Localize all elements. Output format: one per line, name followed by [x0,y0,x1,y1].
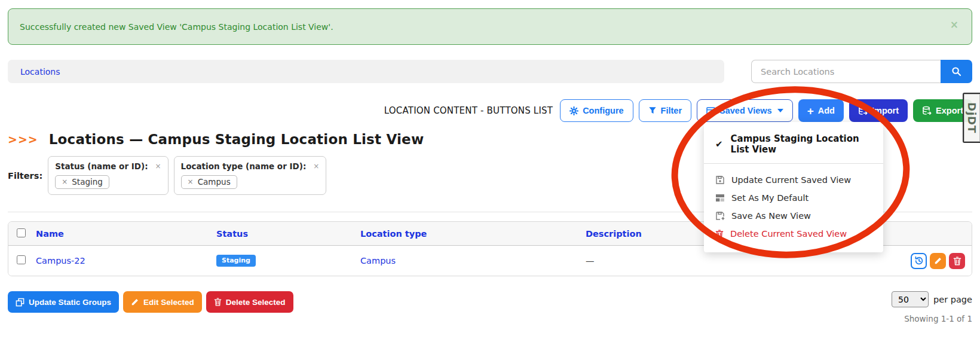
database-import-icon [858,106,868,115]
status-badge[interactable]: Staging [216,255,256,267]
gear-icon [569,106,578,115]
row-checkbox[interactable] [17,255,26,264]
filter-group-name: Status (name or ID): [55,161,148,171]
menu-item-save-as-new-view[interactable]: Save As New View [704,207,883,225]
remove-chip-icon[interactable]: × [188,178,194,186]
debug-toolbar-label: DjDT [966,102,978,133]
filter-chip-staging[interactable]: × Staging [55,175,109,189]
title-chevrons: >>> [8,133,38,146]
menu-divider [704,163,883,164]
configure-button[interactable]: Configure [560,99,633,122]
filter-group-name: Location type (name or ID): [181,161,307,171]
layout-icon [715,194,725,202]
column-header-status[interactable]: Status [216,229,360,239]
close-icon[interactable]: × [950,20,958,30]
delete-selected-button[interactable]: Delete Selected [206,291,293,313]
update-static-groups-button[interactable]: Update Static Groups [8,291,119,313]
per-page-select[interactable]: 50 [892,291,929,307]
column-header-name[interactable]: Name [36,229,216,239]
chevron-down-icon [777,109,783,112]
group-squares-icon [16,298,24,307]
column-header-location-type[interactable]: Location type [360,229,586,239]
menu-item-delete-current-saved-view[interactable]: Delete Current Saved View [704,225,883,243]
edit-button[interactable] [930,253,946,269]
per-page-label: per page [933,295,972,304]
trash-icon [953,257,961,265]
remove-filter-icon[interactable]: × [155,162,161,170]
location-name-link[interactable]: Campus-22 [36,256,216,265]
breadcrumb-item-locations[interactable]: Locations [20,67,60,77]
location-type-link[interactable]: Campus [360,256,586,265]
changelog-button[interactable] [911,253,927,269]
showing-count: Showing 1-1 of 1 [892,314,972,323]
remove-filter-icon[interactable]: × [313,162,319,170]
filter-group-status: Status (name or ID): × × Staging [48,156,168,195]
funnel-icon [648,106,657,115]
select-all-checkbox[interactable] [17,228,26,237]
breadcrumb: Locations [8,60,724,83]
success-alert-message: Successfully created new Saved View 'Cam… [20,22,333,32]
debug-toolbar-handle[interactable]: DjDT [963,93,980,143]
search-icon [951,66,961,77]
trash-icon [715,230,724,239]
save-plus-icon [715,211,725,221]
filter-button[interactable]: Filter [639,99,691,122]
search-input[interactable] [751,60,941,83]
saved-views-dropdown: ✔ Campus Staging Location List View Upda… [704,122,883,252]
search-button[interactable] [941,60,972,83]
search-group [751,60,972,83]
pencil-icon [131,298,139,306]
description-cell: — [586,256,900,265]
bulk-actions: Update Static Groups Edit Selected Delet… [8,291,293,313]
success-alert: Successfully created new Saved View 'Cam… [8,8,972,45]
menu-item-current-view[interactable]: ✔ Campus Staging Location List View [704,129,883,161]
saved-views-button[interactable]: Saved Views [697,99,793,122]
menu-item-set-as-my-default[interactable]: Set As My Default [704,189,883,207]
pencil-icon [934,257,942,265]
table-view-icon [706,107,715,115]
edit-selected-button[interactable]: Edit Selected [123,291,202,313]
breadcrumb-search-row: Locations [8,60,972,83]
filter-chip-campus[interactable]: × Campus [181,175,237,189]
plus-icon: + [807,105,814,117]
history-icon [914,256,924,265]
delete-button[interactable] [949,253,965,269]
remove-chip-icon[interactable]: × [62,178,68,186]
add-button[interactable]: + Add [798,99,844,122]
toolbar-context-label: LOCATION CONTENT - BUTTONS LIST [384,105,553,116]
save-icon [715,175,725,185]
page-title: Locations — Campus Staging Location List… [49,132,424,147]
import-button[interactable]: Import [849,99,908,122]
bottom-row: Update Static Groups Edit Selected Delet… [8,291,972,323]
pagination: 50 per page Showing 1-1 of 1 [892,291,972,323]
row-actions [900,253,972,269]
trash-icon [214,298,222,306]
database-export-icon [922,106,932,115]
filters-label: Filters: [8,171,42,181]
toolbar: LOCATION CONTENT - BUTTONS LIST Configur… [8,99,972,123]
menu-item-update-current-saved-view[interactable]: Update Current Saved View [704,171,883,189]
filter-group-location-type: Location type (name or ID): × × Campus [174,156,327,195]
check-icon: ✔ [715,139,723,149]
